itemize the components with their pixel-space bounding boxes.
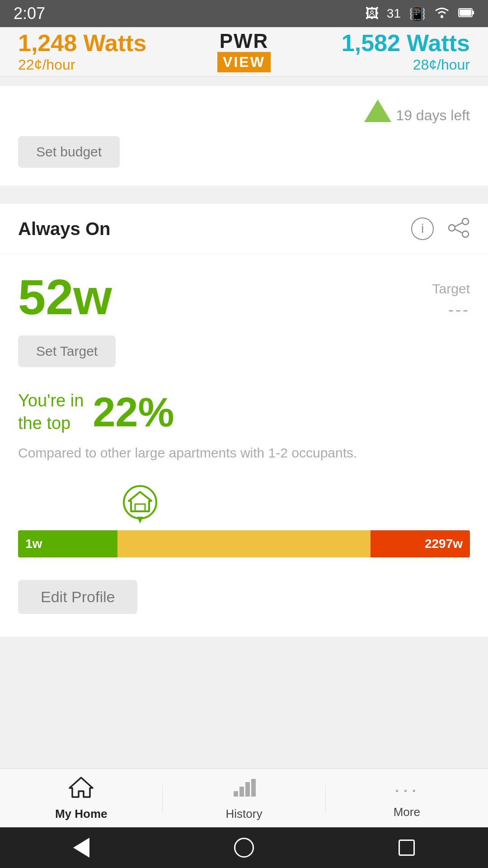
always-on-header: Always On i: [0, 204, 488, 254]
nav-label-history: History: [226, 807, 263, 821]
logo-view: VIEW: [223, 54, 265, 70]
svg-marker-14: [70, 778, 93, 797]
home-icon: [69, 775, 94, 803]
back-icon: [73, 838, 89, 858]
budget-card: 19 days left Set budget: [0, 86, 488, 186]
right-watts: 1,582 Watts: [342, 30, 470, 56]
nav-item-history[interactable]: History: [163, 775, 325, 821]
history-icon: [231, 775, 256, 803]
days-left-container: 19 days left: [18, 99, 470, 127]
svg-point-7: [462, 231, 469, 237]
left-watts: 1,248 Watts: [18, 30, 146, 56]
header-right: 1,582 Watts 28¢/hour: [342, 30, 470, 73]
set-target-button[interactable]: Set Target: [18, 335, 116, 367]
top-percent-row: You're inthe top 22%: [18, 390, 470, 434]
progress-container: 1w 2297w: [18, 485, 470, 557]
nav-label-home: My Home: [55, 807, 108, 821]
svg-point-0: [441, 15, 443, 18]
svg-point-6: [449, 225, 455, 231]
set-budget-button[interactable]: Set budget: [18, 136, 120, 168]
top-percent-value: 22%: [93, 392, 174, 433]
current-watts: 52w: [18, 272, 112, 322]
status-time: 2:07: [14, 4, 45, 23]
svg-marker-4: [364, 99, 391, 122]
spacer: [0, 186, 488, 195]
always-on-card: Always On i 52w Target ---: [0, 204, 488, 637]
progress-green: 1w: [18, 530, 117, 557]
svg-rect-17: [245, 782, 250, 797]
svg-rect-3: [460, 9, 471, 16]
svg-point-10: [124, 486, 156, 519]
nav-label-more: More: [394, 805, 420, 819]
svg-rect-16: [239, 787, 244, 797]
header: 1,248 Watts 22¢/hour PWR VIEW 1,582 Watt…: [0, 27, 488, 77]
system-nav: [0, 827, 488, 868]
progress-bar: 1w 2297w: [18, 530, 470, 557]
youre-in-top-text: You're inthe top: [18, 390, 84, 434]
back-button[interactable]: [63, 830, 99, 866]
target-value: ---: [448, 300, 470, 319]
logo-view-box: VIEW: [217, 52, 271, 72]
svg-line-8: [455, 223, 462, 226]
left-rate: 22¢/hour: [18, 57, 146, 73]
nav-item-more[interactable]: ··· More: [326, 777, 488, 819]
bottom-nav: My Home History ··· More: [0, 769, 488, 827]
recents-icon: [399, 840, 415, 856]
always-on-header-icons: i: [411, 217, 470, 240]
days-left-text: 19 days left: [396, 99, 470, 127]
calendar-icon: 31: [387, 6, 401, 21]
nav-spacer: [0, 637, 488, 741]
home-pin-icon: [120, 485, 160, 526]
share-icon[interactable]: [447, 218, 470, 240]
target-section: Target ---: [432, 272, 470, 319]
status-icons: 🖼 31 📳: [365, 6, 474, 22]
header-logo: PWR VIEW: [217, 31, 271, 72]
info-icon[interactable]: i: [411, 217, 434, 240]
triangle-icon: [364, 99, 391, 122]
always-on-body: 52w Target --- Set Target You're inthe t…: [0, 254, 488, 637]
svg-rect-18: [251, 779, 256, 797]
header-left: 1,248 Watts 22¢/hour: [18, 30, 146, 73]
progress-right-label: 2297w: [425, 537, 463, 551]
wifi-icon: [434, 6, 450, 22]
home-pin: [18, 485, 470, 526]
status-bar: 2:07 🖼 31 📳: [0, 0, 488, 27]
progress-red: 2297w: [371, 530, 470, 557]
svg-line-9: [455, 229, 462, 233]
svg-rect-15: [234, 791, 238, 797]
vibrate-icon: 📳: [409, 6, 426, 22]
home-system-icon: [234, 838, 254, 858]
svg-point-5: [462, 218, 469, 225]
nav-item-home[interactable]: My Home: [0, 775, 162, 821]
comparison-text: Compared to other large apartments with …: [18, 443, 470, 462]
battery-icon: [458, 6, 474, 21]
home-button[interactable]: [226, 830, 262, 866]
svg-marker-13: [137, 517, 143, 524]
recents-button[interactable]: [389, 830, 425, 866]
watts-target-row: 52w Target ---: [18, 272, 470, 322]
more-icon: ···: [394, 777, 419, 802]
logo-box: PWR VIEW: [217, 31, 271, 72]
svg-rect-2: [473, 11, 474, 14]
progress-left-label: 1w: [25, 537, 42, 551]
logo-pwr: PWR: [217, 31, 271, 51]
progress-yellow: [117, 530, 371, 557]
target-label: Target: [432, 281, 470, 297]
always-on-title: Always On: [18, 219, 111, 239]
image-icon: 🖼: [365, 6, 379, 21]
right-rate: 28¢/hour: [413, 57, 470, 73]
edit-profile-button[interactable]: Edit Profile: [18, 580, 137, 614]
